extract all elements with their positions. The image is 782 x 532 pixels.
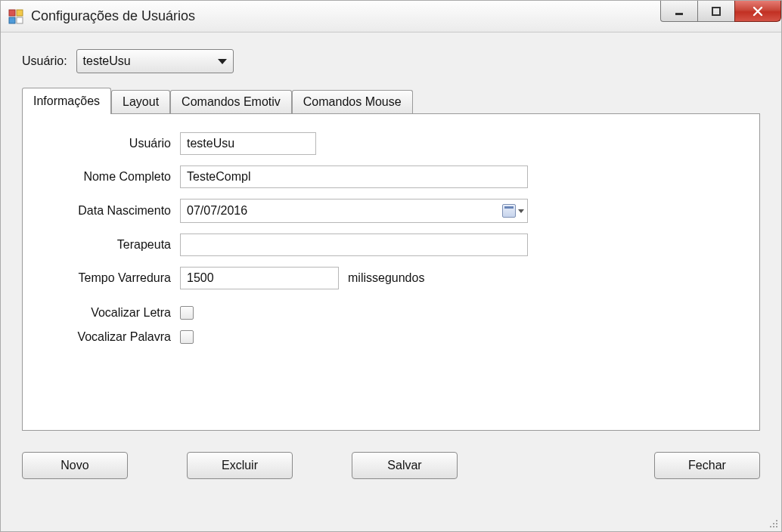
voc-palavra-checkbox[interactable] — [180, 330, 194, 344]
novo-button[interactable]: Novo — [22, 452, 128, 479]
svg-point-6 — [776, 520, 777, 521]
close-button[interactable] — [734, 1, 781, 22]
tab-informacoes[interactable]: Informações — [22, 88, 111, 114]
svg-rect-5 — [712, 8, 720, 15]
nome-field-label: Nome Completo — [44, 170, 180, 184]
tempo-input[interactable] — [180, 267, 339, 289]
nome-input[interactable] — [180, 165, 528, 188]
usuario-input[interactable] — [180, 132, 316, 155]
app-icon — [8, 9, 23, 24]
usuario-field-label: Usuário — [44, 137, 180, 150]
svg-point-9 — [770, 526, 771, 527]
chevron-down-icon — [218, 59, 227, 64]
tab-panel-informacoes: Usuário Nome Completo Data Nascimento 07… — [22, 113, 760, 431]
svg-rect-2 — [9, 17, 15, 23]
calendar-button[interactable] — [502, 204, 524, 218]
button-bar: Novo Excluir Salvar Fechar — [22, 452, 760, 479]
tempo-unit: milissegundos — [348, 271, 424, 285]
svg-rect-4 — [675, 13, 683, 15]
svg-point-8 — [776, 523, 777, 524]
svg-rect-1 — [17, 10, 23, 16]
voc-palavra-label: Vocalizar Palavra — [44, 330, 180, 344]
svg-rect-3 — [17, 17, 23, 23]
calendar-icon — [502, 204, 516, 218]
tab-comandos-mouse[interactable]: Comandos Mouse — [292, 90, 413, 113]
tab-strip: Informações Layout Comandos Emotiv Coman… — [22, 87, 760, 113]
user-dropdown-text: testeUsu — [83, 54, 218, 68]
maximize-button[interactable] — [697, 1, 735, 22]
terapeuta-input[interactable] — [180, 234, 528, 256]
user-label: Usuário: — [22, 54, 67, 68]
voc-letra-label: Vocalizar Letra — [44, 306, 180, 320]
minimize-button[interactable] — [660, 1, 698, 22]
data-field-label: Data Nascimento — [44, 204, 180, 218]
window-controls — [661, 1, 781, 22]
data-nascimento-picker[interactable]: 07/07/2016 — [180, 199, 528, 223]
fechar-button[interactable]: Fechar — [654, 452, 760, 479]
svg-point-10 — [773, 526, 774, 527]
window-frame: Configurações de Usuários Usuário: teste… — [0, 0, 782, 532]
resize-grip[interactable] — [766, 516, 778, 528]
titlebar[interactable]: Configurações de Usuários — [1, 1, 781, 32]
svg-rect-0 — [9, 10, 15, 16]
svg-point-7 — [773, 523, 774, 524]
excluir-button[interactable]: Excluir — [187, 452, 293, 479]
window-title: Configurações de Usuários — [31, 8, 195, 24]
user-select-row: Usuário: testeUsu — [22, 49, 760, 73]
data-value: 07/07/2016 — [187, 204, 247, 218]
chevron-down-icon — [518, 209, 524, 213]
user-dropdown[interactable]: testeUsu — [76, 49, 234, 73]
client-area: Usuário: testeUsu Informações Layout Com… — [1, 32, 781, 531]
svg-point-11 — [776, 526, 777, 527]
tempo-field-label: Tempo Varredura — [44, 271, 180, 285]
tab-layout[interactable]: Layout — [111, 90, 170, 113]
salvar-button[interactable]: Salvar — [352, 452, 458, 479]
tab-comandos-emotiv[interactable]: Comandos Emotiv — [170, 90, 292, 113]
terapeuta-field-label: Terapeuta — [44, 238, 180, 252]
voc-letra-checkbox[interactable] — [180, 306, 194, 320]
